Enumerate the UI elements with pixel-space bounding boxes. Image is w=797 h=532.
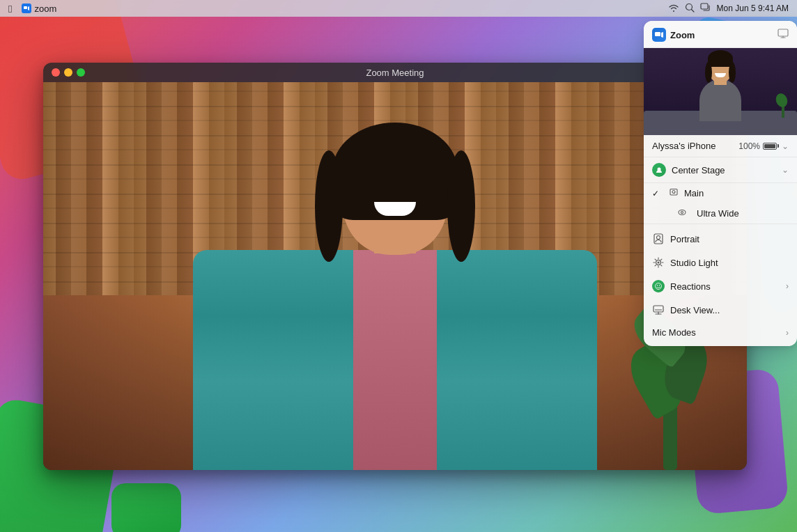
svg-marker-6 (661, 32, 663, 38)
video-content (43, 82, 747, 470)
desk-view-label: Desk View... (670, 305, 720, 315)
window-title: Zoom Meeting (366, 68, 424, 78)
center-stage-icon (652, 163, 666, 177)
menubar-app-name[interactable]: zoom (34, 3, 56, 14)
reactions-chevron-icon: › (786, 281, 789, 291)
mic-modes-row[interactable]: Mic Modes › (644, 322, 797, 343)
checkmark-icon: ✓ (652, 189, 659, 198)
desk-view-icon (652, 304, 665, 316)
svg-rect-0 (24, 6, 27, 9)
center-stage-row[interactable]: Center Stage ⌄ (644, 157, 797, 183)
app-info: Zoom (652, 28, 695, 42)
center-stage-left: Center Stage (652, 163, 725, 177)
feature-rows: Portrait Studio Light (644, 224, 797, 346)
main-camera-icon (669, 188, 679, 198)
device-battery: 100% ⌄ (738, 141, 789, 151)
menubar-time: Mon Jun 5 9:41 AM (717, 3, 789, 13)
wifi-icon (668, 3, 679, 14)
device-name: Alyssa's iPhone (652, 141, 715, 151)
device-chevron-icon: ⌄ (782, 141, 789, 151)
ultrawide-camera-icon (677, 208, 687, 219)
camera-option-ultrawide[interactable]: Ultra Wide (644, 203, 797, 224)
search-icon[interactable] (685, 3, 695, 15)
portrait-icon (652, 233, 665, 245)
studio-light-feature-row[interactable]: Studio Light (644, 251, 797, 274)
notification-header: Zoom (644, 21, 797, 48)
minimize-button[interactable] (64, 68, 72, 77)
svg-rect-21 (653, 306, 663, 312)
svg-rect-7 (778, 29, 788, 36)
menubar-right: Mon Jun 5 9:41 AM (668, 3, 789, 15)
svg-marker-1 (28, 6, 29, 10)
traffic-lights (52, 68, 85, 77)
svg-point-20 (659, 285, 660, 285)
battery-percent: 100% (738, 141, 760, 151)
zoom-menu-icon (22, 3, 31, 13)
camera-option-main[interactable]: ✓ Main (644, 183, 797, 203)
close-button[interactable] (52, 68, 60, 77)
video-thumbnail (644, 48, 797, 135)
mic-modes-label: Mic Modes (652, 327, 696, 338)
svg-point-11 (672, 191, 675, 194)
studio-light-feature-left: Studio Light (652, 256, 718, 269)
notification-app-name: Zoom (670, 30, 695, 40)
svg-point-12 (679, 210, 686, 215)
svg-point-17 (658, 262, 660, 264)
desktop-shape-green2 (111, 483, 181, 532)
zoom-menu-app[interactable]: zoom (22, 3, 56, 14)
desk-view-feature-row[interactable]: Desk View... (644, 298, 797, 322)
studio-light-icon (652, 256, 665, 269)
reactions-feature-left: Reactions (652, 280, 711, 292)
screen-share-icon[interactable] (777, 29, 789, 41)
studio-light-label: Studio Light (670, 258, 718, 268)
apple-menu[interactable]:  (8, 3, 12, 15)
main-camera-label: Main (684, 188, 704, 198)
reactions-feature-row[interactable]: Reactions › (644, 274, 797, 298)
screen-mirror-icon[interactable] (700, 3, 711, 15)
mic-modes-chevron-icon: › (786, 328, 789, 338)
svg-rect-5 (655, 32, 660, 36)
svg-line-3 (691, 9, 694, 12)
maximize-button[interactable] (77, 68, 85, 77)
desktop:  zoom (0, 0, 797, 532)
portrait-feature-row[interactable]: Portrait (644, 227, 797, 251)
device-row[interactable]: Alyssa's iPhone 100% ⌄ (644, 135, 797, 157)
menubar-left:  zoom (8, 3, 56, 15)
ultrawide-camera-label: Ultra Wide (697, 208, 739, 219)
zoom-app-icon (652, 28, 666, 42)
portrait-label: Portrait (670, 234, 699, 244)
reactions-icon (652, 280, 665, 292)
zoom-meeting-window: Zoom Meeting (43, 63, 747, 470)
center-stage-chevron-icon: ⌄ (782, 165, 789, 175)
window-titlebar: Zoom Meeting (43, 63, 747, 82)
svg-rect-4 (701, 3, 708, 9)
notification-panel: Zoom (644, 21, 797, 346)
reactions-label: Reactions (670, 281, 711, 292)
camera-options: ✓ Main Ultra Wide (644, 183, 797, 224)
video-feed (43, 82, 747, 470)
svg-point-15 (657, 236, 660, 240)
center-stage-label: Center Stage (672, 165, 725, 175)
svg-point-13 (681, 212, 683, 214)
battery-icon (763, 143, 779, 150)
svg-point-19 (657, 285, 658, 285)
desk-view-feature-left: Desk View... (652, 304, 720, 316)
menubar:  zoom (0, 0, 797, 17)
portrait-feature-left: Portrait (652, 233, 699, 245)
svg-point-18 (656, 283, 662, 290)
